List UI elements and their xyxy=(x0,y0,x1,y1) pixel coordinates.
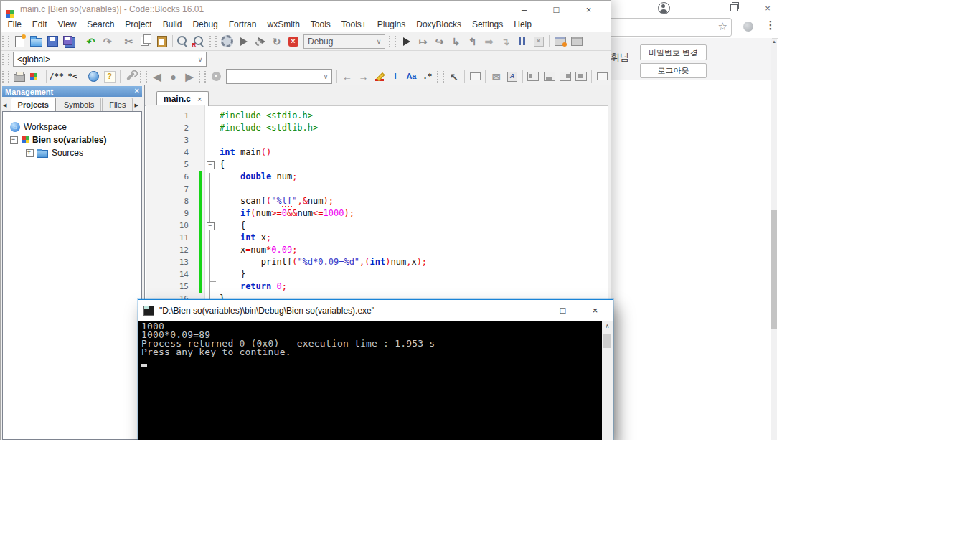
doxyblocks-line-comment-button[interactable]: *< xyxy=(65,69,80,85)
browser-menu-button[interactable]: ⋮ xyxy=(764,19,777,32)
browser-close-button[interactable]: × xyxy=(757,0,778,16)
tab-symbols[interactable]: Symbols xyxy=(57,98,101,111)
menu-plugins[interactable]: Plugins xyxy=(372,18,410,32)
run-to-cursor-button[interactable]: ↦ xyxy=(415,34,431,50)
console-close-button[interactable]: × xyxy=(579,300,611,321)
menu-build[interactable]: Build xyxy=(157,18,187,32)
incsearch-prev-button[interactable]: ← xyxy=(339,69,355,85)
build-target-select[interactable]: Debug xyxy=(303,34,385,49)
incsearch-match-case-button[interactable]: Aa xyxy=(403,69,419,85)
next-instruction-button[interactable]: ⇒ xyxy=(481,34,497,50)
tabs-scroll-right-icon[interactable]: ▶ xyxy=(133,103,142,111)
copy-button[interactable] xyxy=(137,34,154,50)
incsearch-clear-button[interactable]: × xyxy=(208,69,224,85)
cb-close-button[interactable]: × xyxy=(573,1,605,18)
incsearch-selected-only-button[interactable]: I xyxy=(387,69,403,85)
build-button[interactable] xyxy=(219,34,235,50)
menu-file[interactable]: File xyxy=(2,18,27,32)
tree-item-workspace[interactable]: ⌂ Workspace xyxy=(10,121,67,133)
incremental-search-input[interactable] xyxy=(226,69,332,84)
wxsmith-pointer-button[interactable]: ↖ xyxy=(446,69,462,85)
browser-minimize-button[interactable]: – xyxy=(689,0,710,16)
toggle-bookmark-button[interactable]: ● xyxy=(165,69,181,85)
menu-edit[interactable]: Edit xyxy=(27,18,52,32)
open-file-button[interactable] xyxy=(28,34,44,50)
doxyblocks-extract-button[interactable] xyxy=(11,69,27,85)
change-password-button[interactable]: 비밀번호 변경 xyxy=(640,44,707,60)
editor-tab-mainc[interactable]: main.c × xyxy=(156,91,209,106)
management-header[interactable]: Management × xyxy=(2,86,142,97)
menu-wxsmith[interactable]: wxSmith xyxy=(262,18,305,32)
menu-settings[interactable]: Settings xyxy=(466,18,508,32)
tree-item-project[interactable]: Bien so(variables) xyxy=(10,134,106,146)
profile-button[interactable] xyxy=(653,0,674,16)
browser-scrollbar-up-icon[interactable]: ▲ xyxy=(771,39,777,44)
browser-scrollbar-thumb[interactable] xyxy=(771,210,777,329)
console-scrollbar-up-icon[interactable]: ∧ xyxy=(602,323,613,329)
wxsmith-rect-button[interactable] xyxy=(467,69,483,85)
extension-icon[interactable] xyxy=(743,22,753,32)
redo-button[interactable]: ↷ xyxy=(99,34,116,50)
menu-doxyblocks[interactable]: DoxyBlocks xyxy=(411,18,467,32)
menu-help[interactable]: Help xyxy=(509,18,537,32)
wxsmith-envelope-button[interactable]: ✉ xyxy=(488,69,504,85)
prev-bookmark-button[interactable]: ◀ xyxy=(149,69,165,85)
undo-button[interactable]: ↶ xyxy=(83,34,99,50)
various-info-button[interactable] xyxy=(568,34,585,50)
incsearch-highlight-button[interactable] xyxy=(372,69,387,85)
step-into-button[interactable]: ↳ xyxy=(448,34,464,50)
tab-files[interactable]: Files xyxy=(102,98,133,111)
incsearch-next-button[interactable]: → xyxy=(355,69,371,85)
build-and-run-button[interactable] xyxy=(252,34,268,50)
chevron-down-icon[interactable] xyxy=(194,52,206,66)
menu-fortran[interactable]: Fortran xyxy=(223,18,262,32)
stop-debugger-button[interactable]: × xyxy=(530,34,547,50)
wxsmith-align-right-button[interactable] xyxy=(557,69,573,85)
doxyblocks-settings-button[interactable] xyxy=(123,69,138,85)
browser-restore-button[interactable] xyxy=(723,0,745,16)
rebuild-button[interactable]: ↻ xyxy=(268,34,285,50)
address-bar[interactable]: ☆ xyxy=(601,18,732,37)
menu-project[interactable]: Project xyxy=(120,18,157,32)
browser-titlebar[interactable]: –× xyxy=(610,0,778,16)
menu-search[interactable]: Search xyxy=(82,18,120,32)
fold-marker-icon[interactable] xyxy=(207,222,215,230)
cb-maximize-button[interactable]: □ xyxy=(540,1,573,18)
wxsmith-align-center-button[interactable] xyxy=(573,69,589,85)
doxyblocks-run-chm-button[interactable]: ? xyxy=(101,69,117,85)
tabs-scroll-left-icon[interactable]: ◀ xyxy=(2,103,11,111)
doxyblocks-wizard-button[interactable] xyxy=(27,69,43,85)
doxyblocks-block-comment-button[interactable]: /** xyxy=(48,69,64,85)
cb-minimize-button[interactable]: – xyxy=(508,1,540,18)
management-close-button[interactable]: × xyxy=(135,86,139,95)
break-debugger-button[interactable] xyxy=(514,34,530,50)
debugging-windows-button[interactable] xyxy=(552,34,568,50)
save-all-button[interactable] xyxy=(61,34,77,50)
console-maximize-button[interactable]: □ xyxy=(547,300,579,321)
paste-button[interactable] xyxy=(154,34,170,50)
console-minimize-button[interactable]: – xyxy=(514,300,547,321)
menu-debug[interactable]: Debug xyxy=(187,18,223,32)
tab-projects[interactable]: Projects xyxy=(11,98,56,111)
abort-button[interactable]: × xyxy=(285,34,301,50)
console-titlebar[interactable]: "D:\Bien so(variables)\bin\Debug\Bien so… xyxy=(138,300,613,321)
console-scrollbar-thumb[interactable] xyxy=(603,334,611,348)
run-button[interactable] xyxy=(235,34,252,50)
chevron-down-icon[interactable] xyxy=(373,35,385,48)
tree-item-sources[interactable]: Sources xyxy=(26,147,83,159)
wxsmith-text-button[interactable]: A xyxy=(504,69,520,85)
menu-tools-plus[interactable]: Tools+ xyxy=(336,18,372,32)
incsearch-regex-button[interactable]: .* xyxy=(420,69,435,85)
next-bookmark-button[interactable]: ▶ xyxy=(182,69,197,85)
menu-view[interactable]: View xyxy=(52,18,82,32)
fold-marker-icon[interactable] xyxy=(207,161,215,169)
menu-tools[interactable]: Tools xyxy=(305,18,336,32)
tab-close-icon[interactable]: × xyxy=(197,95,202,103)
collapse-icon[interactable] xyxy=(10,136,18,144)
wxsmith-align-left-button[interactable] xyxy=(525,69,541,85)
new-file-button[interactable] xyxy=(11,34,28,50)
symbol-scope-select[interactable]: <global> xyxy=(13,52,207,67)
bookmark-star-icon[interactable]: ☆ xyxy=(718,20,727,33)
replace-button[interactable] xyxy=(192,34,208,50)
step-into-instruction-button[interactable]: ↴ xyxy=(497,34,514,50)
